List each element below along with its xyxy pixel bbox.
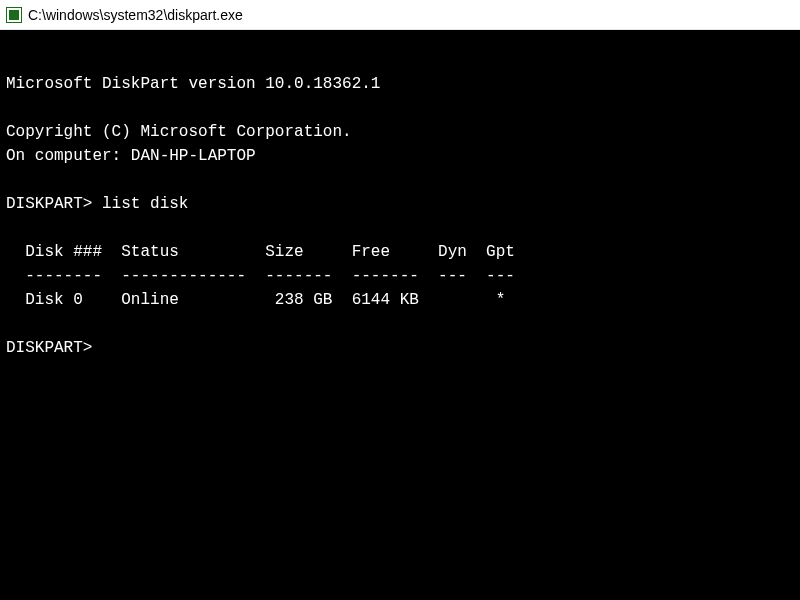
app-icon [6, 7, 22, 23]
version-line: Microsoft DiskPart version 10.0.18362.1 [6, 75, 380, 93]
prompt-label: DISKPART> [6, 195, 102, 213]
computer-line: On computer: DAN-HP-LAPTOP [6, 147, 256, 165]
text-cursor [102, 339, 111, 357]
copyright-line: Copyright (C) Microsoft Corporation. [6, 123, 352, 141]
window-title: C:\windows\system32\diskpart.exe [28, 7, 243, 23]
prompt-line-2[interactable]: DISKPART> [6, 339, 111, 357]
prompt-label: DISKPART> [6, 339, 102, 357]
table-divider: -------- ------------- ------- ------- -… [6, 267, 515, 285]
table-header: Disk ### Status Size Free Dyn Gpt [6, 243, 515, 261]
table-row: Disk 0 Online 238 GB 6144 KB * [6, 291, 505, 309]
terminal-area[interactable]: Microsoft DiskPart version 10.0.18362.1 … [0, 30, 800, 600]
prompt-line-1: DISKPART> list disk [6, 195, 188, 213]
diskpart-window: C:\windows\system32\diskpart.exe Microso… [0, 0, 800, 600]
entered-command: list disk [102, 195, 188, 213]
svg-rect-1 [9, 10, 19, 20]
window-titlebar[interactable]: C:\windows\system32\diskpart.exe [0, 0, 800, 30]
